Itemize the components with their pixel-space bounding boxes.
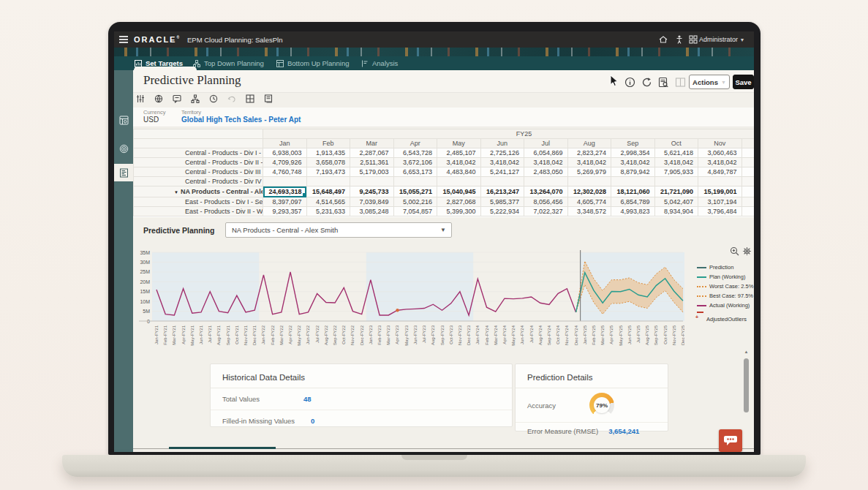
- freeze-grid-icon[interactable]: [246, 94, 254, 103]
- grid-cell[interactable]: 3,418,042: [698, 158, 742, 167]
- grid-cell[interactable]: 5,222,934: [480, 207, 524, 216]
- grid-cell[interactable]: [654, 177, 698, 186]
- grid-cell[interactable]: 2,485,107: [437, 148, 481, 158]
- grid-cell[interactable]: 6,543,728: [393, 148, 437, 158]
- grid-cell[interactable]: 7,022,327: [524, 207, 568, 216]
- grid-cell[interactable]: 3,418,042: [437, 158, 481, 167]
- scroll-up-icon[interactable]: ▲: [743, 350, 750, 354]
- grid-cell[interactable]: 2,287,067: [350, 148, 394, 158]
- grid-cell[interactable]: 8,397,097: [263, 197, 307, 207]
- currency-value[interactable]: USD: [143, 116, 159, 124]
- grid-cell[interactable]: 4,605,774: [567, 197, 611, 207]
- grid-cell[interactable]: 3,796,484: [698, 207, 742, 216]
- grid-cell[interactable]: 5,241,127: [480, 167, 524, 177]
- grid-cell[interactable]: 10: [741, 186, 754, 197]
- grid-cell[interactable]: 3,672,106: [393, 158, 437, 167]
- month-column-header[interactable]: May: [437, 139, 481, 148]
- adjust-sliders-icon[interactable]: [136, 94, 145, 103]
- month-column-header[interactable]: Nov: [698, 139, 742, 148]
- grid-cell[interactable]: 6,938,003: [263, 148, 307, 158]
- grid-cell[interactable]: 5,042,407: [654, 197, 698, 207]
- row-header[interactable]: Central - Products - Div I - Peter Branc…: [134, 148, 263, 158]
- grid-cell[interactable]: 3,418,042: [480, 158, 524, 167]
- month-column-header[interactable]: Aug: [567, 139, 611, 148]
- member-hierarchy-icon[interactable]: [191, 94, 200, 103]
- grid-cell[interactable]: 3: [741, 148, 754, 158]
- grid-cell[interactable]: 5,002,216: [393, 197, 437, 207]
- member-dropdown[interactable]: NA Products - Central - Alex Smith ▼: [225, 222, 452, 238]
- grid-cell[interactable]: 13,264,070: [524, 186, 568, 197]
- sidebar-item-dashboards[interactable]: [114, 111, 133, 129]
- grid-cell[interactable]: [437, 177, 481, 186]
- info-icon[interactable]: [624, 77, 635, 88]
- grid-cell[interactable]: [524, 177, 568, 186]
- row-header[interactable]: Central - Products - Div III - James Num…: [134, 167, 263, 177]
- grid-cell[interactable]: [698, 177, 742, 186]
- save-button[interactable]: Save: [733, 75, 754, 89]
- vertical-scrollbar[interactable]: ▲: [743, 350, 750, 430]
- grid-cell[interactable]: 2,827,068: [437, 197, 481, 207]
- sidebar-item-infolets[interactable]: [114, 140, 133, 157]
- month-column-header[interactable]: Dec: [741, 139, 754, 148]
- menu-icon[interactable]: [119, 36, 128, 43]
- sidebar-item-reports[interactable]: [114, 164, 133, 181]
- business-rules-icon[interactable]: [154, 94, 163, 103]
- grid-cell[interactable]: 8,934,904: [654, 207, 698, 216]
- history-icon[interactable]: [209, 94, 218, 103]
- refresh-icon[interactable]: [641, 77, 652, 88]
- grid-cell[interactable]: 12,302,028: [567, 186, 611, 197]
- grid-cell[interactable]: 3,348,572: [567, 207, 611, 216]
- row-header[interactable]: Central - Products - Div IV - Carl Dougl…: [134, 177, 263, 186]
- grid-cell[interactable]: 15,055,271: [393, 186, 437, 197]
- grid-cell[interactable]: 5,231,633: [306, 207, 350, 216]
- grid-cell[interactable]: 2,725,126: [480, 148, 524, 158]
- month-column-header[interactable]: Jul: [524, 139, 568, 148]
- grid-cell[interactable]: [263, 177, 307, 186]
- grid-cell[interactable]: 6,653,173: [393, 167, 437, 177]
- grid-cell[interactable]: 2,823,274: [567, 148, 611, 158]
- grid-cell[interactable]: [306, 177, 350, 186]
- month-column-header[interactable]: Oct: [654, 139, 698, 148]
- grid-cell[interactable]: 3: [741, 207, 754, 216]
- chart-settings-icon[interactable]: [742, 246, 752, 256]
- grid-cell[interactable]: 9,293,357: [263, 207, 307, 216]
- grid-cell[interactable]: 9,245,733: [350, 186, 394, 197]
- grid-cell[interactable]: 7,039,849: [350, 197, 394, 207]
- save-format-icon[interactable]: [264, 94, 273, 103]
- grid-cell[interactable]: 1,913,435: [306, 148, 350, 158]
- grid-cell[interactable]: [480, 177, 524, 186]
- grid-cell[interactable]: 3: [741, 197, 754, 207]
- grid-cell[interactable]: 6,854,789: [611, 197, 655, 207]
- grid-cell[interactable]: 16,213,247: [480, 186, 524, 197]
- grid-cell[interactable]: [350, 177, 394, 186]
- grid-cell[interactable]: 4,849,787: [698, 167, 742, 177]
- grid-cell[interactable]: 5,621,418: [654, 148, 698, 158]
- grid-cell[interactable]: [611, 177, 655, 186]
- tab-bottom-up-planning[interactable]: Bottom Up Planning: [276, 56, 350, 70]
- row-header[interactable]: East - Products - Div II - Will Mugatu: [134, 207, 263, 216]
- grid-cell[interactable]: 18,121,060: [611, 186, 655, 197]
- grid-cell[interactable]: 8,056,456: [524, 197, 568, 207]
- month-column-header[interactable]: Sep: [611, 139, 655, 148]
- appgrid-icon[interactable]: [688, 34, 698, 45]
- grid-cell[interactable]: 3: [741, 158, 754, 167]
- grid-cell[interactable]: 8,879,942: [611, 167, 655, 177]
- grid-cell[interactable]: 7,905,933: [654, 167, 698, 177]
- grid-cell[interactable]: 5,399,300: [437, 207, 481, 216]
- grid-cell[interactable]: 5,985,377: [480, 197, 524, 207]
- grid-cell[interactable]: 15,648,497: [306, 186, 350, 197]
- grid-cell[interactable]: 5: [741, 167, 754, 177]
- grid-cell[interactable]: [393, 177, 437, 186]
- grid-cell[interactable]: 4,709,926: [263, 158, 307, 167]
- grid-cell[interactable]: 3,060,463: [698, 148, 742, 158]
- scrollbar-thumb[interactable]: [744, 358, 749, 412]
- row-header[interactable]: Central - Products - Div II - Marilyn Ri…: [134, 158, 263, 167]
- grid-cell[interactable]: 3,418,042: [567, 158, 611, 167]
- month-column-header[interactable]: Jan: [263, 139, 307, 148]
- grid-cell[interactable]: 4,760,748: [263, 167, 307, 177]
- grid-cell[interactable]: 6,054,869: [524, 148, 568, 158]
- grid-cell[interactable]: 7,054,857: [393, 207, 437, 216]
- year-column-header[interactable]: FY25: [263, 129, 755, 139]
- tab-top-down-planning[interactable]: Top Down Planning: [193, 56, 264, 70]
- grid-cell[interactable]: 4,514,565: [306, 197, 350, 207]
